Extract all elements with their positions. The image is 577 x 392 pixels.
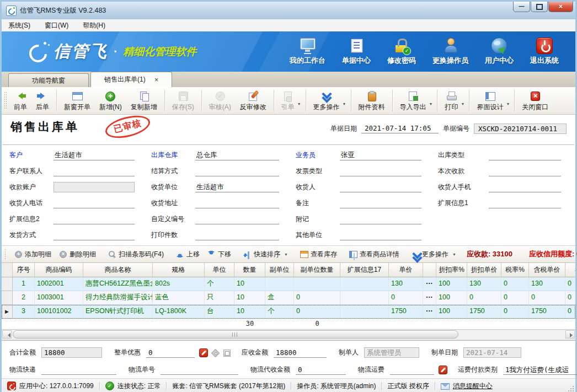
- grid-more-chevrons-button[interactable]: 更多操作▼: [408, 250, 460, 259]
- table-cell[interactable]: ···: [423, 291, 436, 305]
- banner-action-lock-password[interactable]: 修改密码: [387, 37, 416, 66]
- toolbar-add-new-button[interactable]: 新增(N): [95, 89, 126, 113]
- table-cell[interactable]: 0: [565, 291, 575, 305]
- table-cell[interactable]: LQ-1800K: [153, 305, 205, 319]
- dropdown-caret-icon[interactable]: ▼: [461, 102, 464, 106]
- field-value[interactable]: 生活超市: [54, 151, 135, 160]
- column-header[interactable]: 商品名称: [83, 263, 153, 277]
- toolbar-save-button[interactable]: 保存(S): [168, 89, 199, 113]
- toolbar-ui-design-button[interactable]: 界面设计: [472, 89, 507, 113]
- menu-item-1[interactable]: 窗口(W): [45, 21, 68, 30]
- banner-action-document-center[interactable]: 单据中心: [342, 37, 371, 66]
- table-cell[interactable]: 只: [205, 291, 234, 305]
- ellipsis-button[interactable]: ···: [426, 291, 433, 304]
- table-cell[interactable]: 130: [467, 277, 501, 291]
- dropdown-caret-icon[interactable]: ▼: [429, 102, 433, 106]
- table-cell[interactable]: 1750: [389, 305, 423, 319]
- grid-move-up-button[interactable]: 上移: [172, 250, 204, 259]
- field-value[interactable]: [489, 167, 561, 176]
- table-row[interactable]: 11002001惠普CH561ZZ黑色墨盒802s个10130···100130…: [2, 277, 575, 291]
- toolbar-refer-doc-button[interactable]: 引单: [277, 89, 299, 113]
- bottom-field-value[interactable]: 0: [296, 365, 346, 375]
- grid-add-detail-button[interactable]: 添加明细: [10, 250, 55, 259]
- grid-delete-detail-button[interactable]: 删除明细: [55, 250, 100, 259]
- bottom-field-value[interactable]: 系统管理员: [364, 347, 419, 358]
- column-header[interactable]: 扩展信息17: [340, 263, 389, 277]
- column-header[interactable]: [423, 263, 436, 277]
- field-value[interactable]: 生活超市: [195, 182, 279, 192]
- column-header[interactable]: [2, 263, 13, 277]
- table-cell[interactable]: 1002001: [35, 277, 83, 291]
- bottom-field-value[interactable]: 1我方付运费(生成运: [503, 365, 577, 375]
- column-header[interactable]: 单价: [389, 263, 423, 277]
- promotion-icon[interactable]: [222, 348, 231, 357]
- table-cell[interactable]: 0: [501, 305, 529, 319]
- table-cell[interactable]: [340, 305, 389, 319]
- column-header[interactable]: 税额: [565, 263, 575, 277]
- field-value[interactable]: [489, 198, 561, 208]
- toolbar-close-window-button[interactable]: 关闭窗口: [517, 89, 553, 113]
- bottom-field-value[interactable]: 18800: [41, 347, 102, 358]
- grid-view-product-detail-button[interactable]: 查看商品详情: [345, 250, 403, 259]
- table-cell[interactable]: ···: [423, 277, 436, 291]
- column-header[interactable]: 数量: [234, 263, 265, 277]
- field-value[interactable]: 张亚: [340, 151, 421, 160]
- table-cell[interactable]: 802s: [153, 277, 205, 291]
- field-value[interactable]: [54, 167, 135, 176]
- table-cell[interactable]: [340, 277, 389, 291]
- toolbar-import-export-button[interactable]: 导入导出: [396, 89, 431, 113]
- field-value[interactable]: [195, 167, 279, 176]
- dropdown-caret-icon[interactable]: ▼: [297, 102, 301, 106]
- menu-item-0[interactable]: 系统(S): [8, 21, 30, 30]
- table-cell[interactable]: 2: [13, 291, 35, 305]
- table-cell[interactable]: 0: [467, 291, 501, 305]
- price-tag-icon[interactable]: [211, 348, 220, 357]
- table-cell[interactable]: 个: [265, 305, 294, 319]
- table-cell[interactable]: 0: [389, 291, 423, 305]
- scrollbar-thumb[interactable]: [13, 330, 458, 339]
- table-cell[interactable]: [2, 291, 13, 305]
- minimize-button[interactable]: —: [513, 2, 530, 12]
- column-header[interactable]: 税率%: [501, 263, 529, 277]
- status-text[interactable]: 消息提醒中心: [453, 382, 493, 391]
- toolbar-unaudit-edit-button[interactable]: 反审修改: [236, 89, 271, 113]
- table-cell[interactable]: 10: [234, 277, 265, 291]
- field-value[interactable]: [54, 182, 135, 192]
- column-header[interactable]: 单位: [205, 263, 234, 277]
- freight-edit-icon[interactable]: [439, 366, 447, 374]
- doc-date-value[interactable]: 2021-07-14 17:05: [361, 124, 439, 133]
- column-header[interactable]: 含税单价: [529, 263, 565, 277]
- table-cell[interactable]: [340, 291, 389, 305]
- scroll-left-arrow-icon[interactable]: [2, 330, 12, 339]
- column-header[interactable]: 副单位数量: [294, 263, 340, 277]
- table-row[interactable]: 21003001得力经典防滑握手设计蓝色只10盒00···1000000: [2, 291, 575, 305]
- bottom-field-value[interactable]: [41, 365, 116, 375]
- field-value[interactable]: [195, 214, 279, 224]
- table-cell[interactable]: 蓝色: [153, 291, 205, 305]
- toolbar-print-button[interactable]: 打印: [440, 89, 462, 113]
- banner-action-workbench-monitor[interactable]: 我的工作台: [290, 37, 325, 66]
- field-value[interactable]: [489, 151, 561, 160]
- table-cell[interactable]: 3: [13, 305, 35, 319]
- table-cell[interactable]: 0: [565, 305, 575, 319]
- ellipsis-button[interactable]: ···: [426, 305, 433, 318]
- field-value[interactable]: [195, 198, 279, 208]
- dropdown-caret-icon[interactable]: ▼: [506, 102, 510, 106]
- table-cell[interactable]: 0: [565, 277, 575, 291]
- toolbar-new-window-button[interactable]: 新窗开单: [60, 89, 95, 113]
- field-value[interactable]: [340, 198, 421, 208]
- grid-view-stock-button[interactable]: 查看库存: [296, 250, 341, 259]
- horizontal-scrollbar[interactable]: [2, 330, 575, 340]
- toolbar-audit-button[interactable]: 审核(A): [205, 89, 236, 113]
- banner-action-user-center-globe[interactable]: 用户中心: [485, 37, 514, 66]
- table-cell[interactable]: 100101002: [35, 305, 83, 319]
- column-header[interactable]: 序号: [13, 263, 35, 277]
- scroll-right-arrow-icon[interactable]: [565, 330, 575, 339]
- tab-close-icon[interactable]: ×: [154, 77, 159, 83]
- ellipsis-button[interactable]: ···: [426, 277, 433, 290]
- table-cell[interactable]: 盒: [265, 291, 294, 305]
- column-header[interactable]: 副单位: [265, 263, 294, 277]
- field-value[interactable]: [195, 230, 279, 240]
- grid-quick-sort-button[interactable]: 快速排序▼: [239, 250, 292, 259]
- table-cell[interactable]: 0: [501, 277, 529, 291]
